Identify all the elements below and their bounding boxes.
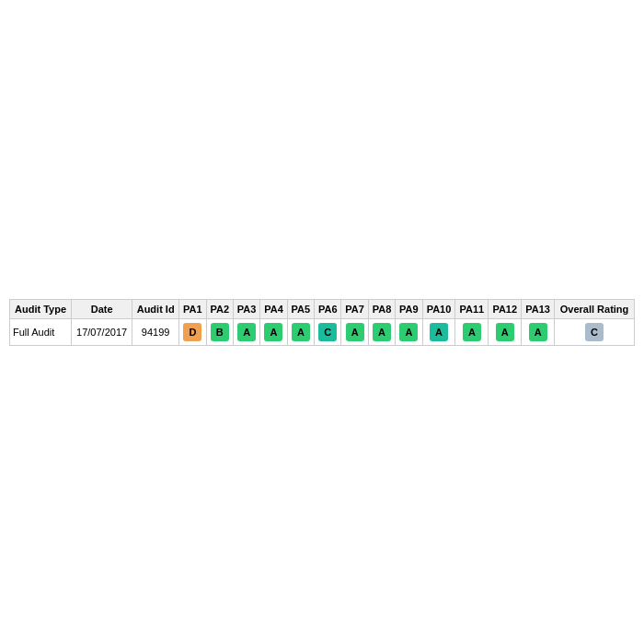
col-pa1: PA1: [179, 299, 206, 318]
cell-date: 17/07/2017: [72, 318, 132, 345]
badge-pa9: A: [399, 323, 418, 341]
badge-pa4: A: [264, 323, 282, 341]
col-pa10: PA10: [422, 299, 455, 318]
col-overall-rating: Overall Rating: [555, 299, 635, 318]
col-audit-type: Audit Type: [10, 299, 72, 318]
col-pa13: PA13: [522, 299, 555, 318]
cell-pa9: A: [396, 318, 422, 345]
badge-pa8: A: [373, 323, 391, 341]
badge-pa10: A: [430, 323, 448, 341]
badge-pa13: A: [529, 323, 547, 341]
badge-pa12: A: [496, 323, 514, 341]
badge-pa2: B: [211, 323, 229, 341]
cell-pa6: C: [315, 318, 341, 345]
cell-pa5: A: [287, 318, 314, 345]
col-pa11: PA11: [455, 299, 489, 318]
cell-audit-id: 94199: [132, 318, 179, 345]
audit-table: Audit Type Date Audit Id PA1 PA2 PA3 PA4…: [9, 299, 635, 346]
badge-pa7: A: [346, 323, 364, 341]
badge-overall: C: [585, 323, 604, 341]
col-pa3: PA3: [233, 299, 259, 318]
cell-pa4: A: [260, 318, 287, 345]
badge-pa3: A: [237, 323, 256, 341]
cell-pa10: A: [422, 318, 455, 345]
cell-pa3: A: [233, 318, 259, 345]
cell-audit-type: Full Audit: [10, 318, 72, 345]
cell-pa11: A: [455, 318, 489, 345]
badge-pa5: A: [292, 323, 310, 341]
cell-pa2: B: [206, 318, 233, 345]
cell-pa13: A: [522, 318, 555, 345]
col-date: Date: [72, 299, 132, 318]
col-pa2: PA2: [206, 299, 233, 318]
col-pa12: PA12: [489, 299, 522, 318]
col-pa7: PA7: [341, 299, 368, 318]
table-row: Full Audit 17/07/2017 94199 D B A A A: [10, 318, 635, 345]
cell-pa1: D: [179, 318, 206, 345]
col-pa4: PA4: [260, 299, 287, 318]
badge-pa11: A: [463, 323, 481, 341]
cell-pa8: A: [368, 318, 395, 345]
col-pa6: PA6: [315, 299, 341, 318]
badge-pa1: D: [183, 323, 201, 341]
cell-pa12: A: [489, 318, 522, 345]
cell-overall-rating: C: [555, 318, 635, 345]
table-header-row: Audit Type Date Audit Id PA1 PA2 PA3 PA4…: [10, 299, 635, 318]
audit-table-container: Audit Type Date Audit Id PA1 PA2 PA3 PA4…: [9, 299, 635, 346]
col-pa5: PA5: [287, 299, 314, 318]
col-pa9: PA9: [396, 299, 422, 318]
col-pa8: PA8: [368, 299, 395, 318]
col-audit-id: Audit Id: [132, 299, 179, 318]
cell-pa7: A: [341, 318, 368, 345]
badge-pa6: C: [318, 323, 337, 341]
